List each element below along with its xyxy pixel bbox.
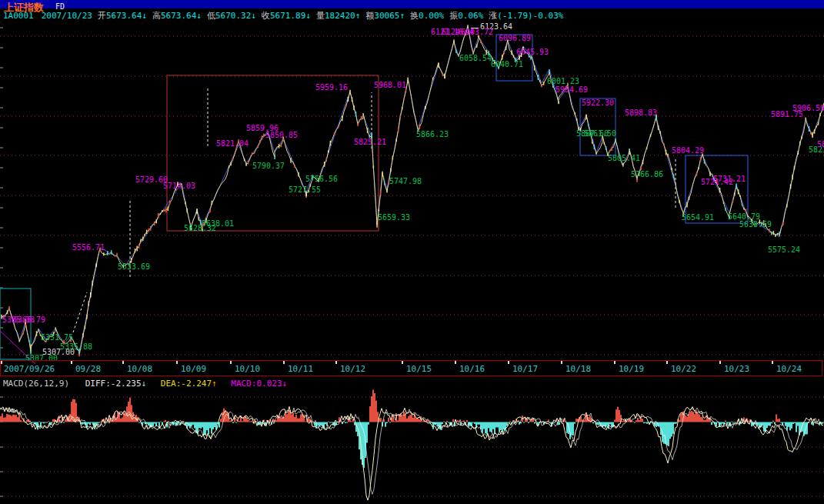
x-axis-tick bbox=[508, 361, 509, 364]
price-label: 5714.03 bbox=[163, 182, 195, 190]
price-label: 5721.42 bbox=[701, 179, 733, 186]
x-axis-tick bbox=[666, 361, 668, 364]
dea-up-arrow-icon: ↑ bbox=[212, 379, 217, 389]
macd-header: MACD(26,12,9) DIFF:-2.235↓ DEA:-2.247↑ M… bbox=[3, 379, 287, 388]
x-axis-tick bbox=[719, 361, 721, 364]
price-label: 5922.30 bbox=[582, 99, 614, 107]
x-axis-tick bbox=[402, 361, 403, 364]
x-axis-tick bbox=[71, 361, 72, 364]
peak-pointer-dash bbox=[471, 28, 479, 28]
x-axis-date: 09/28 bbox=[75, 364, 101, 374]
price-label: 5821.04 bbox=[216, 140, 249, 148]
x-axis-date: 10/10 bbox=[235, 364, 260, 374]
price-label: 5805.41 bbox=[608, 155, 640, 162]
price-label: 58 bbox=[817, 141, 824, 149]
price-label: 5954.69 bbox=[555, 86, 588, 94]
price-label: 5727.55 bbox=[289, 186, 321, 194]
price-label: 6058.54 bbox=[459, 55, 492, 62]
price-label: 6001.23 bbox=[547, 78, 579, 85]
price-label: 5898.83 bbox=[625, 109, 657, 117]
x-axis-date: 10/12 bbox=[340, 364, 365, 374]
x-axis-strip[interactable]: 2007/09/2609/2810/0810/0910/1010/1110/12… bbox=[0, 360, 822, 376]
x-axis-date: 10/17 bbox=[512, 364, 538, 374]
x-axis-tick bbox=[614, 361, 615, 364]
x-axis-tick bbox=[122, 361, 124, 364]
price-label: 5804.29 bbox=[672, 147, 704, 155]
price-label: 5638.01 bbox=[202, 220, 234, 228]
price-label: 5850.85 bbox=[265, 132, 298, 139]
x-axis-date: 10/11 bbox=[288, 364, 313, 374]
macd-diff-value: DIFF:-2.235↓ bbox=[85, 379, 147, 389]
price-label: 5533.69 bbox=[118, 263, 150, 271]
diff-down-arrow-icon: ↓ bbox=[142, 379, 147, 389]
macd-down-arrow-icon: ↓ bbox=[282, 379, 288, 389]
price-label: 6040.71 bbox=[491, 61, 523, 68]
x-axis-tick bbox=[283, 361, 285, 364]
price-label: 5866.23 bbox=[416, 131, 449, 139]
x-axis-date: 2007/09/26 bbox=[4, 364, 55, 374]
macd-macd-value: MACD:0.023↓ bbox=[231, 379, 287, 389]
price-label: 5959.16 bbox=[315, 84, 348, 92]
price-label: 5654.91 bbox=[682, 214, 714, 222]
price-label: 5766.86 bbox=[631, 171, 663, 179]
price-label: 5351.75 bbox=[41, 334, 73, 342]
price-label: 5906.59 bbox=[792, 105, 824, 112]
x-axis-tick bbox=[230, 361, 232, 364]
price-label: 5825.21 bbox=[354, 139, 386, 146]
price-label: 5659.33 bbox=[378, 214, 410, 222]
x-axis-tick bbox=[772, 361, 773, 364]
x-axis-date: 10/09 bbox=[181, 364, 206, 374]
app-window: 上证指数 FD 1A00012007/10/23开5673.64↓高5673.6… bbox=[0, 0, 824, 504]
price-label: 5861.50 bbox=[584, 130, 616, 138]
macd-indicator-name: MACD(26,12,9) bbox=[3, 379, 69, 389]
price-label: 5756.56 bbox=[305, 175, 338, 183]
price-label: 5575.24 bbox=[768, 246, 800, 254]
price-label: 5638.59 bbox=[739, 221, 772, 229]
price-label: 5556.71 bbox=[72, 244, 105, 252]
x-axis-tick bbox=[176, 361, 178, 364]
x-axis-date: 10/22 bbox=[671, 364, 696, 374]
x-axis-date: 10/24 bbox=[776, 364, 802, 374]
x-axis-date: 10/16 bbox=[459, 364, 485, 374]
x-axis-date: 10/15 bbox=[406, 364, 432, 374]
price-label: 5790.37 bbox=[252, 162, 285, 170]
x-axis-tick bbox=[455, 361, 456, 364]
price-label: 6103.72 bbox=[461, 28, 493, 36]
price-label: 6045.93 bbox=[516, 48, 549, 56]
x-axis-date: 10/08 bbox=[127, 364, 152, 374]
x-axis-date: 10/23 bbox=[724, 364, 749, 374]
price-label: 5386.79 bbox=[13, 316, 45, 324]
x-axis-tick bbox=[1, 361, 2, 364]
price-label: 5747.98 bbox=[389, 178, 422, 185]
price-label: 6096.89 bbox=[499, 35, 531, 42]
macd-dea-value: DEA:-2.247↑ bbox=[161, 379, 217, 389]
x-axis-date: 10/18 bbox=[565, 364, 591, 374]
price-label: 5968.01 bbox=[374, 82, 406, 89]
x-axis-date: 10/19 bbox=[619, 364, 644, 374]
x-axis-tick bbox=[335, 361, 337, 364]
price-and-macd-canvas[interactable] bbox=[0, 0, 824, 504]
x-axis-tick bbox=[561, 361, 562, 364]
